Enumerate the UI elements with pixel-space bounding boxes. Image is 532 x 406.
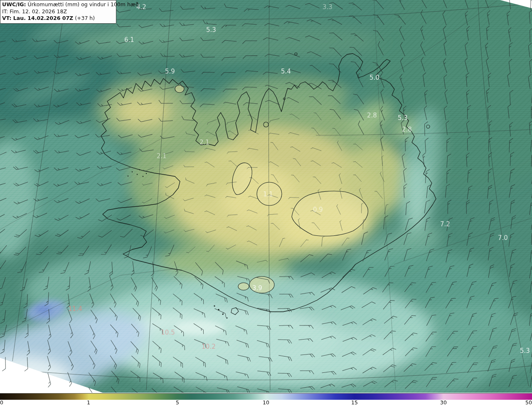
colorbar-tick-label: 30: [440, 399, 447, 406]
precip-value-label: 5.0: [369, 74, 379, 81]
precip-value-label: 7.2: [440, 220, 450, 228]
precip-value-label: 2.8: [367, 112, 377, 119]
title-box: UWC/IG: Úrkomumætti (mm) og vindur i 100…: [0, 0, 116, 24]
precip-value-label: 10.5: [161, 329, 175, 336]
precip-value-label: 2.1: [200, 139, 209, 146]
precip-colorbar: [0, 393, 532, 400]
precip-value-label: 10.2: [202, 343, 215, 350]
map-canvas: 4.23.35.36.15.95.45.02.85.32.82.12.11.10…: [0, 0, 532, 393]
precip-value-label: 1.1: [263, 191, 273, 198]
precip-value-label: 11.4: [68, 305, 82, 313]
precip-value-label: 7.0: [498, 234, 508, 242]
weather-map-screenshot: 4.23.35.36.15.95.45.02.85.32.82.12.11.10…: [0, 0, 532, 406]
colorbar-tick-label: 1: [87, 399, 90, 406]
valid-time: VT: Lau. 14.02.2026 07Z (+37 h): [2, 15, 114, 22]
colorbar-tick-label: 5: [176, 399, 179, 406]
colorbar-tick-label: 50: [525, 399, 532, 406]
precip-value-label: 0.9: [313, 206, 323, 213]
precipitation-wind-map: 4.23.35.36.15.95.45.02.85.32.82.12.11.10…: [0, 0, 532, 393]
init-time: IT: Fim. 12. 02. 2026 18Z: [2, 8, 114, 15]
colorbar-tick-labels: 01510153050: [0, 400, 532, 406]
precip-value-label: 5.3: [520, 347, 530, 355]
map-title: UWC/IG: Úrkomumætti (mm) og vindur i 100…: [2, 1, 114, 8]
colorbar-tick-label: 15: [351, 399, 358, 406]
colorbar-tick-label: 0: [0, 399, 3, 406]
colorbar-tick-label: 10: [263, 399, 269, 406]
precip-value-label: 3.9: [252, 284, 262, 292]
precip-value-label: 5.4: [281, 68, 291, 75]
precip-value-label: 6.1: [124, 36, 134, 44]
precip-value-label: 2.1: [157, 152, 167, 160]
precip-value-label: 5.3: [206, 26, 216, 34]
colorbar-section: 01510153050: [0, 393, 532, 406]
precip-value-label: 3.3: [323, 3, 332, 11]
precip-value-label: 2.8: [402, 126, 412, 133]
precip-value-label: 5.9: [165, 68, 175, 75]
precip-value-label: 5.3: [398, 114, 408, 122]
